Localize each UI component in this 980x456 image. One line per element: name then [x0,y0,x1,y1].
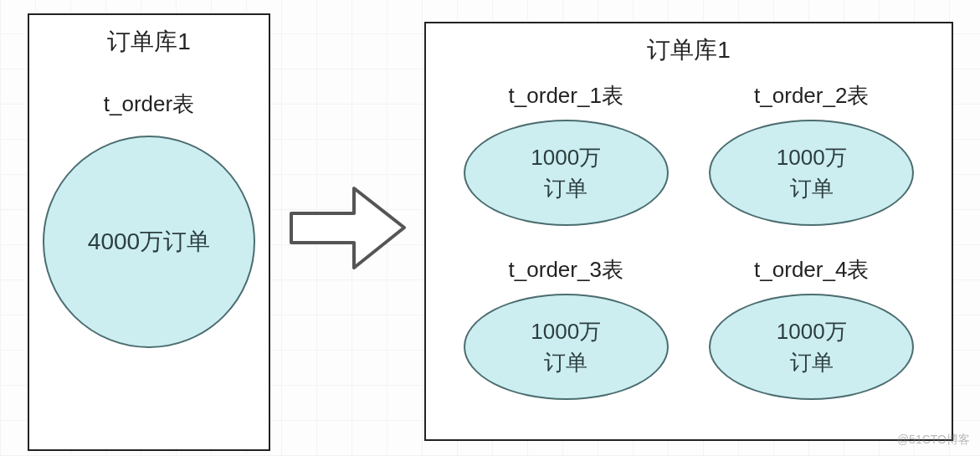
ellipse-1-line2: 订单 [544,173,587,203]
ellipse-2: 1000万 订单 [709,120,914,226]
right-database-box: 订单库1 t_order_1表 1000万 订单 t_order_2表 1000… [424,22,953,441]
ellipse-1-line1: 1000万 [531,142,601,172]
right-box-title: 订单库1 [426,34,952,66]
table-cell-4: t_order_4表 1000万 订单 [708,255,916,400]
ellipse-1: 1000万 订单 [464,120,669,226]
ellipse-2-line2: 订单 [790,173,834,203]
ellipse-2-line1: 1000万 [777,142,847,172]
table-cell-1: t_order_1表 1000万 订单 [462,81,670,226]
right-grid: t_order_1表 1000万 订单 t_order_2表 1000万 订单 … [426,66,952,425]
ellipse-3-line1: 1000万 [531,316,601,346]
left-box-title: 订单库1 [29,26,269,58]
table-label-1: t_order_1表 [509,81,623,110]
big-circle-text: 4000万订单 [88,226,210,258]
table-cell-3: t_order_3表 1000万 订单 [462,255,670,400]
arrow-icon [287,180,408,276]
table-label-3: t_order_3表 [509,255,623,284]
ellipse-4: 1000万 订单 [709,294,914,400]
left-database-box: 订单库1 t_order表 4000万订单 [28,13,270,451]
ellipse-4-line2: 订单 [790,347,834,377]
left-content: t_order表 4000万订单 [29,58,269,348]
ellipse-3-line2: 订单 [544,347,587,377]
table-label-4: t_order_4表 [754,255,869,284]
ellipse-4-line1: 1000万 [777,316,847,346]
left-table-label: t_order表 [104,90,194,119]
watermark-text: @51CTO博客 [897,433,970,448]
ellipse-3: 1000万 订单 [464,294,669,400]
big-circle: 4000万订单 [43,136,255,348]
table-label-2: t_order_2表 [754,81,869,110]
table-cell-2: t_order_2表 1000万 订单 [708,81,916,226]
